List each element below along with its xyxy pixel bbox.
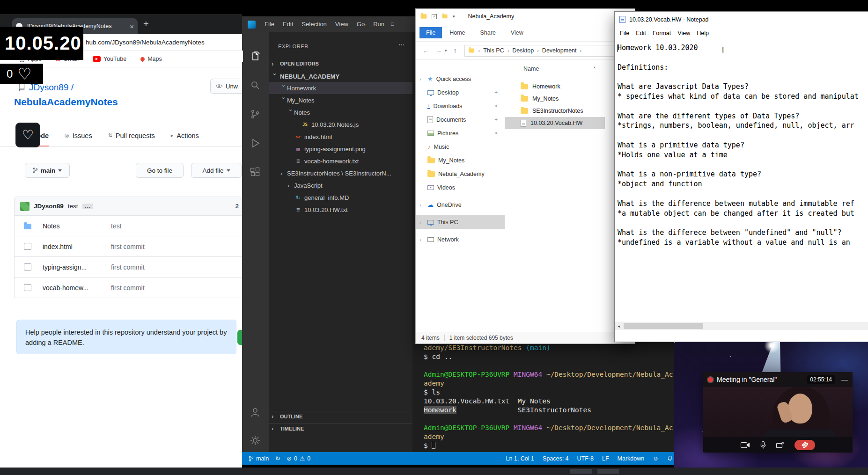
- commit-message[interactable]: first commit: [111, 263, 145, 271]
- taskbar-item[interactable]: [597, 469, 619, 474]
- commit-count[interactable]: 2: [235, 203, 239, 210]
- tree-item-10-03-20-notes-js[interactable]: JS10.03.20.Notes.js: [269, 118, 412, 131]
- explorer-titlebar[interactable]: ✓ ▾ Nebula_Academy: [416, 9, 635, 24]
- address-bar[interactable]: ›This PC›Desktop›Development›: [464, 45, 619, 57]
- file-name[interactable]: index.html: [43, 243, 73, 250]
- workspace-root-item[interactable]: ›NEBULA_ACADEMY: [269, 71, 412, 82]
- latest-commit-bar[interactable]: JDyson89 test … 2: [14, 197, 242, 216]
- tree-item-homework[interactable]: ›Homework: [269, 82, 412, 94]
- horizontal-scrollbar[interactable]: ◂: [615, 322, 868, 330]
- hang-up-button[interactable]: ☎: [794, 440, 815, 450]
- nav-documents[interactable]: Documents✦: [416, 113, 505, 126]
- ribbon-tab-share[interactable]: Share: [473, 27, 503, 38]
- menu-run[interactable]: Run: [369, 16, 389, 32]
- notepad-text-area[interactable]: Homework 10.03.2020 Definitions: What ar…: [615, 39, 868, 322]
- tree-item-index-html[interactable]: <>index.html: [269, 131, 412, 143]
- share-screen-icon[interactable]: [776, 442, 784, 448]
- indentation[interactable]: Spaces: 4: [543, 455, 569, 462]
- menu-file[interactable]: File: [260, 16, 279, 32]
- chevron-down-icon[interactable]: ▾: [453, 14, 455, 19]
- breadcrumb-this-pc[interactable]: This PC: [483, 47, 504, 54]
- run-debug-icon[interactable]: [250, 138, 261, 149]
- menu-edit[interactable]: Edit: [279, 16, 297, 32]
- open-editors-section[interactable]: ›OPEN EDITORS: [269, 58, 412, 69]
- feedback-smiley-icon[interactable]: ☺: [653, 455, 659, 462]
- sync-icon[interactable]: ↻: [275, 455, 280, 462]
- integrated-terminal[interactable]: ademy/SE3InstructorNotes (main)$ cd .. A…: [424, 344, 673, 451]
- breadcrumb-desktop[interactable]: Desktop: [512, 47, 534, 54]
- taskbar-item[interactable]: [570, 469, 592, 474]
- tree-item-javascript[interactable]: ›JavaScript: [269, 179, 412, 191]
- file-item-10-03-20-vocab-hw[interactable]: 10.03.20.Vocab.HW: [505, 117, 605, 129]
- commit-ellipsis-button[interactable]: …: [82, 204, 94, 209]
- commit-message[interactable]: test: [111, 222, 122, 230]
- repo-file-row[interactable]: typing-assign...first commit: [14, 257, 242, 278]
- microphone-icon[interactable]: [760, 441, 766, 449]
- tree-item-notes[interactable]: ›Notes: [269, 106, 412, 118]
- file-name[interactable]: typing-assign...: [43, 263, 87, 271]
- meeting-minimize-icon[interactable]: —: [841, 376, 848, 383]
- outline-section[interactable]: ›OUTLINE: [269, 411, 412, 421]
- notifications-bell-icon[interactable]: [667, 455, 673, 462]
- meeting-header[interactable]: Meeting in "General" 02:55:14 —: [703, 372, 853, 387]
- nav-nebula-academy[interactable]: Nebula_Academy: [416, 167, 505, 181]
- window-minimize-icon[interactable]: –: [363, 16, 367, 30]
- notepad-menu-help[interactable]: Help: [693, 30, 712, 37]
- history-chevron-icon[interactable]: ▾: [445, 48, 447, 53]
- notepad-menu-edit[interactable]: Edit: [633, 30, 649, 37]
- file-item-homework[interactable]: Homework: [505, 80, 605, 93]
- github-tab-actions[interactable]: ▸Actions: [171, 125, 199, 146]
- statusbar-branch[interactable]: main: [249, 455, 269, 462]
- file-item-se3instructornotes[interactable]: SE3InstructorNotes: [505, 105, 605, 117]
- notepad-titlebar[interactable]: 10.03.20.Vocab.HW - Notepad: [615, 12, 868, 27]
- goto-file-button[interactable]: Go to file: [136, 163, 184, 178]
- window-maximize-icon[interactable]: □: [391, 16, 394, 31]
- repo-name-link[interactable]: NebulaAcademyNotes: [14, 96, 118, 108]
- taskbar[interactable]: [0, 468, 868, 475]
- nav-videos[interactable]: Videos: [416, 181, 505, 194]
- repo-file-row[interactable]: index.htmlfirst commit: [14, 236, 242, 257]
- back-icon[interactable]: ←: [422, 47, 429, 54]
- commit-author[interactable]: JDyson89: [34, 203, 64, 210]
- bookmark-youtube[interactable]: YouTube: [93, 56, 126, 62]
- encoding[interactable]: UTF-8: [577, 455, 594, 462]
- nav-desktop[interactable]: Desktop✦: [416, 86, 505, 99]
- nav-quick-access[interactable]: ›★Quick access: [416, 72, 505, 86]
- tree-item-my-notes[interactable]: ›My_Notes: [269, 94, 412, 106]
- language-mode[interactable]: Markdown: [618, 455, 645, 462]
- commit-message[interactable]: first commit: [111, 243, 145, 250]
- nav-my-notes[interactable]: My_Notes: [416, 153, 505, 167]
- nav-music[interactable]: ♪Music: [416, 140, 505, 153]
- nav-this-pc[interactable]: ›This PC: [416, 215, 505, 229]
- settings-gear-icon[interactable]: [250, 435, 261, 446]
- repo-file-row[interactable]: Notestest: [14, 216, 242, 236]
- repo-file-row[interactable]: vocab-homew...first commit: [14, 278, 242, 298]
- folder-icon[interactable]: [442, 15, 447, 18]
- scrollbar-thumb[interactable]: [624, 323, 703, 329]
- tree-item-typing-assignment-png[interactable]: ▨typing-assignment.png: [269, 143, 412, 155]
- bookmark-maps[interactable]: Maps: [140, 56, 162, 62]
- tab-close-icon[interactable]: ×: [130, 22, 134, 30]
- add-file-button[interactable]: Add file: [191, 163, 242, 178]
- new-tab-button[interactable]: +: [143, 19, 149, 29]
- camera-icon[interactable]: [741, 442, 750, 448]
- breadcrumb-development[interactable]: Development: [542, 47, 577, 54]
- explorer-files-icon[interactable]: [250, 51, 261, 62]
- up-icon[interactable]: ↑: [454, 47, 457, 54]
- github-tab-pull-requests[interactable]: ⇅Pull requests: [108, 125, 155, 146]
- file-item-my-notes[interactable]: My_Notes: [505, 93, 605, 105]
- nav-onedrive[interactable]: ›☁OneDrive: [416, 198, 505, 212]
- file-name[interactable]: Notes: [43, 222, 60, 230]
- source-control-icon[interactable]: [250, 109, 261, 120]
- problems-indicator[interactable]: ⊘ 0 ⚠ 0: [287, 455, 311, 462]
- notepad-menu-format[interactable]: Format: [649, 30, 675, 37]
- checkbox-icon[interactable]: ✓: [432, 14, 437, 19]
- forward-icon[interactable]: →: [435, 47, 442, 54]
- nav-downloads[interactable]: ↓Downloads✦: [416, 99, 505, 113]
- nav-network[interactable]: ›Network: [416, 233, 505, 246]
- add-readme-button[interactable]: [237, 330, 242, 345]
- scroll-left-icon[interactable]: ◂: [615, 324, 623, 329]
- nav-pictures[interactable]: Pictures✦: [416, 126, 505, 140]
- ribbon-tab-home[interactable]: Home: [442, 27, 472, 38]
- tree-item-se3instructornotes-se3instructorn-[interactable]: ›SE3InstructorNotes \ SE3InstructorN...: [269, 167, 412, 179]
